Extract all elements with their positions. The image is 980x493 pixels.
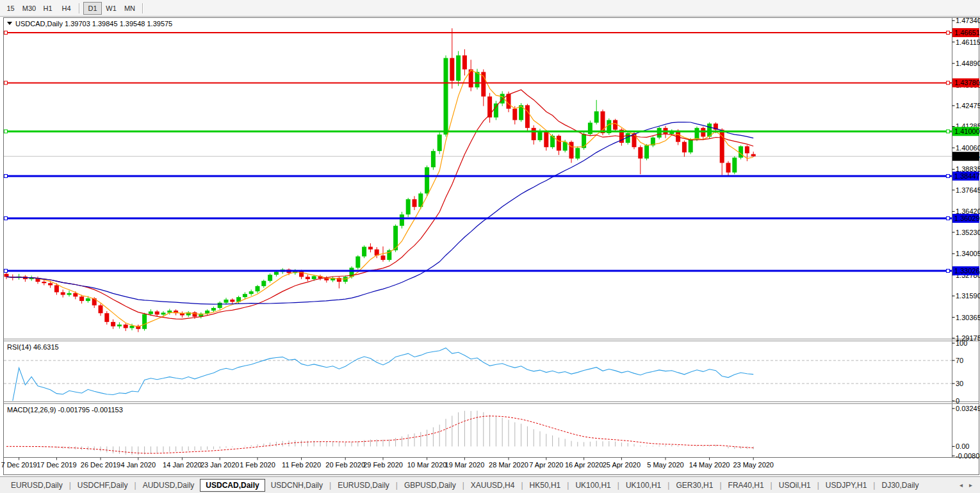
timeframe-button-MN[interactable]: MN: [120, 2, 139, 15]
hline-badge-label: 1.41000: [954, 127, 980, 135]
hline-handle[interactable]: [4, 216, 8, 220]
candle-body: [431, 151, 436, 167]
toolbar-separator: [142, 3, 143, 13]
chart-tab-usoil-h1[interactable]: USOil,H1: [773, 479, 817, 492]
candle-body: [4, 274, 9, 277]
price-axis-label: 1.42475: [956, 102, 980, 109]
candle-body: [450, 58, 454, 81]
candle-body: [613, 120, 617, 130]
toolbar-separator: [79, 3, 80, 13]
candle-body: [689, 140, 693, 152]
hline-handle[interactable]: [947, 269, 950, 272]
timeframe-button-H1[interactable]: H1: [38, 2, 57, 15]
candle-body: [312, 276, 316, 279]
chart-tab-usdcnh-daily[interactable]: USDCNH,Daily: [265, 479, 329, 492]
chart-tab-hk50-h1[interactable]: HK50,H1: [524, 479, 567, 492]
candle-body: [155, 311, 159, 314]
chart-tab-usdjpy-h1[interactable]: USDJPY,H1: [820, 479, 872, 492]
chart-tab-eurusd-daily[interactable]: EURUSD,Daily: [332, 479, 395, 492]
candle-body: [67, 293, 72, 295]
candle-body: [54, 286, 59, 293]
candle-body: [400, 214, 404, 226]
chart-tab-xauusd-h4[interactable]: XAUUSD,H4: [465, 479, 521, 492]
candle-body: [739, 146, 743, 158]
tab-scroll-left-icon[interactable]: ◂: [960, 481, 963, 489]
candle-body: [73, 293, 78, 296]
date-axis-label: 26 Dec 2019: [81, 461, 120, 469]
chart-tab-audusd-daily[interactable]: AUDUSD,Daily: [137, 479, 200, 492]
tab-nav: ◂▸: [952, 481, 980, 489]
hline-handle[interactable]: [947, 81, 950, 85]
date-axis-label: 16 Apr 2020: [565, 461, 603, 469]
hline-handle[interactable]: [947, 31, 950, 35]
macd-axis-label: 0.00: [956, 442, 969, 450]
candle-body: [124, 325, 128, 328]
hline-badge-label: 1.36029: [954, 214, 980, 222]
candle-body: [751, 154, 756, 156]
date-axis-label: 23 May 2020: [733, 461, 774, 469]
chart-tab-ger30-h1[interactable]: GER30,H1: [670, 479, 719, 492]
candle-body: [525, 105, 530, 127]
chart-tabbar: EURUSD,Daily|USDCHF,Daily|AUDUSD,DailyUS…: [0, 476, 980, 493]
chart-canvas[interactable]: 1.473401.461151.448901.436651.424751.412…: [0, 17, 980, 476]
current-price-label: 1.39575: [954, 152, 980, 160]
timeframe-button-M30[interactable]: M30: [20, 2, 38, 15]
rsi-axis-label: 100: [956, 339, 967, 347]
tab-scroll-right-icon[interactable]: ▸: [969, 481, 972, 489]
timeframe-button-15[interactable]: 15: [1, 2, 20, 15]
candle-body: [544, 131, 548, 147]
candle-body: [149, 311, 153, 314]
candle-body: [261, 281, 266, 286]
hline-handle[interactable]: [947, 216, 950, 220]
candle-body: [362, 247, 366, 256]
hline-handle[interactable]: [4, 81, 8, 85]
candle-body: [193, 312, 197, 317]
hline-handle[interactable]: [4, 269, 8, 272]
candle-body: [99, 305, 103, 313]
candle-body: [42, 282, 46, 283]
candle-body: [130, 326, 135, 328]
candle-body: [268, 275, 272, 281]
macd-axis-label: -0.00808: [956, 452, 980, 460]
hline-handle[interactable]: [947, 174, 950, 177]
date-axis-label: 10 Mar 2020: [407, 461, 447, 469]
date-axis-label: 19 Mar 2020: [445, 461, 485, 469]
candle-body: [512, 109, 517, 120]
chart-tab-dj30-daily[interactable]: DJ30,Daily: [876, 479, 924, 492]
timeframe-button-D1[interactable]: D1: [83, 2, 102, 15]
price-axis-label: 1.40060: [956, 144, 980, 152]
candle-body: [230, 300, 234, 302]
rsi-axis-label: 70: [956, 357, 963, 364]
candle-body: [61, 292, 65, 295]
date-axis-label: 11 Feb 2020: [282, 461, 321, 469]
candle-body: [274, 271, 279, 275]
candle-body: [557, 136, 561, 150]
candle-body: [48, 283, 53, 285]
date-axis-label: 17 Dec 2019: [37, 461, 76, 469]
chart-title: USDCAD,Daily 1.39703 1.39845 1.39548 1.3…: [15, 20, 172, 28]
macd-indicator-label: MACD(12,26,9) -0.001795 -0.001153: [7, 406, 123, 414]
hline-handle[interactable]: [4, 130, 8, 133]
candle-body: [406, 199, 411, 214]
timeframe-button-H4[interactable]: H4: [57, 2, 76, 15]
chart-tab-usdcad-daily[interactable]: USDCAD,Daily: [200, 479, 265, 492]
candle-body: [695, 128, 699, 140]
hline-handle[interactable]: [947, 130, 950, 133]
candle-body: [437, 134, 442, 151]
chart-tab-usdchf-daily[interactable]: USDCHF,Daily: [72, 479, 134, 492]
chart-tab-eurusd-daily[interactable]: EURUSD,Daily: [5, 479, 69, 492]
price-axis-label: 1.47340: [956, 17, 980, 24]
chart-tab-gbpusd-daily[interactable]: GBPUSD,Daily: [398, 479, 462, 492]
price-axis-label: 1.31590: [956, 292, 980, 300]
chart-tab-uk100-h1[interactable]: UK100,H1: [569, 479, 616, 492]
hline-handle[interactable]: [4, 31, 8, 35]
price-axis-label: 1.35230: [956, 229, 980, 236]
date-axis-label: 23 Jan 2020: [200, 461, 240, 469]
hline-handle[interactable]: [4, 174, 8, 177]
timeframe-button-W1[interactable]: W1: [102, 2, 120, 15]
candle-body: [644, 145, 649, 158]
candle-body: [745, 146, 749, 153]
chart-tab-uk100-h1[interactable]: UK100,H1: [620, 479, 667, 492]
chart-tab-fra40-h1[interactable]: FRA40,H1: [723, 479, 770, 492]
candle-body: [494, 104, 498, 118]
